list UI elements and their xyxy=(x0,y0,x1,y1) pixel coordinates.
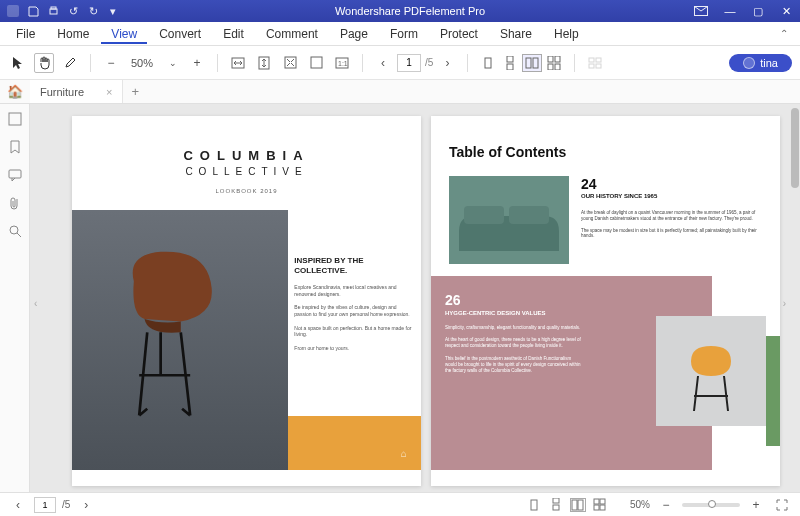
canvas-next-icon[interactable]: › xyxy=(783,298,786,309)
sb-prev-page-button[interactable]: ‹ xyxy=(8,495,28,515)
zoom-out-button[interactable]: − xyxy=(101,53,121,73)
home-tab-icon[interactable]: 🏠 xyxy=(0,84,30,99)
cover-accent-block: ⌂ xyxy=(288,416,421,470)
hand-tool-icon[interactable] xyxy=(34,53,54,73)
app-title: Wondershare PDFelement Pro xyxy=(126,5,694,17)
sb-page-input[interactable] xyxy=(34,497,56,513)
zoom-controls: − 50% ⌄ + xyxy=(101,53,207,73)
thumbnails-panel-icon[interactable] xyxy=(6,110,24,128)
fit-page-icon[interactable] xyxy=(280,53,300,73)
sb-layout-single-icon[interactable] xyxy=(526,498,542,512)
bookmarks-panel-icon[interactable] xyxy=(6,138,24,156)
sb-fullscreen-icon[interactable] xyxy=(772,495,792,515)
sb-zoom-value[interactable]: 50% xyxy=(630,499,650,510)
undo-icon[interactable]: ↺ xyxy=(66,4,80,18)
sb-next-page-button[interactable]: › xyxy=(76,495,96,515)
svg-rect-31 xyxy=(531,500,537,510)
maximize-button[interactable]: ▢ xyxy=(744,0,772,22)
svg-rect-37 xyxy=(600,499,605,504)
cover-title: COLUMBIA xyxy=(72,148,421,163)
comments-panel-icon[interactable] xyxy=(6,166,24,184)
cover-subtitle: COLLECTIVE xyxy=(72,166,421,177)
print-icon[interactable] xyxy=(46,4,60,18)
svg-rect-32 xyxy=(553,498,559,503)
select-tool-icon[interactable] xyxy=(8,53,28,73)
fit-width-icon[interactable] xyxy=(228,53,248,73)
close-button[interactable]: ✕ xyxy=(772,0,800,22)
actual-size-icon[interactable]: 1:1 xyxy=(332,53,352,73)
toc-section1-heading: OUR HISTORY SINCE 1965 xyxy=(581,193,657,200)
cover-lookbook: LOOKBOOK 2019 xyxy=(72,188,421,194)
document-tab[interactable]: Furniture × xyxy=(30,80,123,103)
view-toolbar: − 50% ⌄ + 1:1 ‹ /5 › tina xyxy=(0,46,800,80)
zoom-value[interactable]: 50% xyxy=(125,57,159,69)
svg-text:1:1: 1:1 xyxy=(338,60,348,67)
svg-rect-24 xyxy=(9,170,21,178)
canvas-prev-icon[interactable]: ‹ xyxy=(34,298,37,309)
svg-rect-19 xyxy=(589,58,594,62)
save-icon[interactable] xyxy=(26,4,40,18)
menu-page[interactable]: Page xyxy=(330,24,378,44)
sb-layout-facing-icon[interactable] xyxy=(570,498,586,512)
attachments-panel-icon[interactable] xyxy=(6,194,24,212)
menu-file[interactable]: File xyxy=(6,24,45,44)
svg-rect-36 xyxy=(594,499,599,504)
qat-dropdown-icon[interactable]: ▾ xyxy=(106,4,120,18)
menu-edit[interactable]: Edit xyxy=(213,24,254,44)
cover-chair-image xyxy=(72,210,288,470)
sb-zoom-slider[interactable] xyxy=(682,503,740,507)
layout-facing-continuous-icon[interactable] xyxy=(544,54,564,72)
toc-green-strip xyxy=(766,336,780,446)
layout-single-icon[interactable] xyxy=(478,54,498,72)
prev-page-button[interactable]: ‹ xyxy=(373,53,393,73)
layout-tile-icon[interactable] xyxy=(585,54,605,72)
zoom-dropdown-icon[interactable]: ⌄ xyxy=(163,53,183,73)
page-number-input[interactable] xyxy=(397,54,421,72)
menu-convert[interactable]: Convert xyxy=(149,24,211,44)
layout-continuous-icon[interactable] xyxy=(500,54,520,72)
svg-rect-39 xyxy=(600,505,605,510)
svg-rect-12 xyxy=(507,64,513,70)
fit-visible-icon[interactable] xyxy=(306,53,326,73)
vertical-scrollbar[interactable] xyxy=(791,108,799,488)
sb-layout-grid-icon[interactable] xyxy=(592,498,608,512)
svg-rect-15 xyxy=(548,56,553,62)
page-navigation: ‹ /5 › xyxy=(373,53,457,73)
menu-form[interactable]: Form xyxy=(380,24,428,44)
search-panel-icon[interactable] xyxy=(6,222,24,240)
redo-icon[interactable]: ↻ xyxy=(86,4,100,18)
user-account-button[interactable]: tina xyxy=(729,54,792,72)
toc-sofa-image xyxy=(449,176,569,264)
toc-section1-number: 24 xyxy=(581,176,597,192)
tab-label: Furniture xyxy=(40,86,84,98)
document-canvas[interactable]: ‹ › COLUMBIA COLLECTIVE LOOKBOOK 2019 ⌂ xyxy=(30,104,800,492)
menu-comment[interactable]: Comment xyxy=(256,24,328,44)
menu-protect[interactable]: Protect xyxy=(430,24,488,44)
next-page-button[interactable]: › xyxy=(437,53,457,73)
menu-home[interactable]: Home xyxy=(47,24,99,44)
sb-layout-continuous-icon[interactable] xyxy=(548,498,564,512)
zoom-in-button[interactable]: + xyxy=(187,53,207,73)
mail-icon[interactable] xyxy=(694,4,708,18)
sb-zoom-in-button[interactable]: + xyxy=(746,495,766,515)
fit-height-icon[interactable] xyxy=(254,53,274,73)
svg-rect-0 xyxy=(7,5,19,17)
svg-text:⌂: ⌂ xyxy=(401,448,407,459)
menu-help[interactable]: Help xyxy=(544,24,589,44)
sb-zoom-out-button[interactable]: − xyxy=(656,495,676,515)
collapse-ribbon-icon[interactable]: ⌃ xyxy=(774,28,794,39)
cover-heading: INSPIRED BY THE COLLECTIVE. xyxy=(294,256,413,276)
sb-page-total: /5 xyxy=(62,499,70,510)
minimize-button[interactable]: — xyxy=(716,0,744,22)
page-layout-group xyxy=(478,54,564,72)
edit-tool-icon[interactable] xyxy=(60,53,80,73)
menu-share[interactable]: Share xyxy=(490,24,542,44)
menu-view[interactable]: View xyxy=(101,24,147,44)
svg-rect-7 xyxy=(311,57,322,68)
svg-rect-13 xyxy=(526,58,531,68)
tab-add-button[interactable]: + xyxy=(123,84,147,99)
tab-close-icon[interactable]: × xyxy=(106,86,112,98)
layout-facing-icon[interactable] xyxy=(522,54,542,72)
svg-rect-34 xyxy=(572,500,577,510)
page-total: /5 xyxy=(425,57,433,68)
